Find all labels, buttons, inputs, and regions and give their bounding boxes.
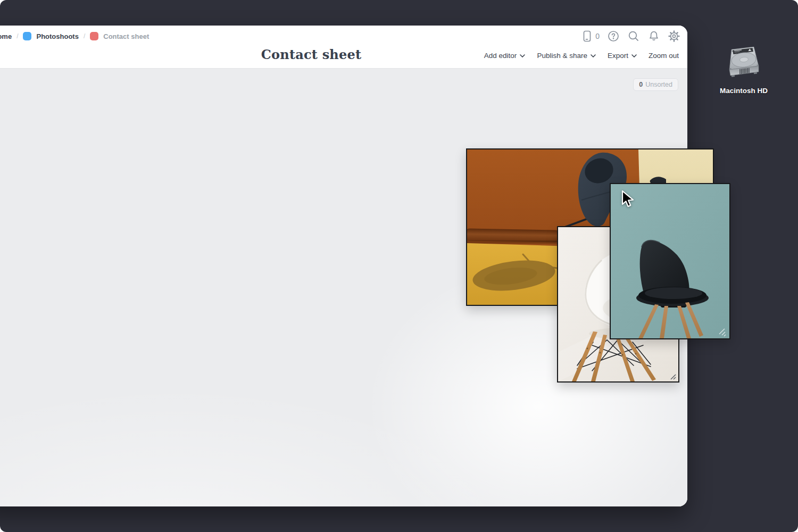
board-icon-blue[interactable] bbox=[23, 32, 31, 40]
zoom-out-label: Zoom out bbox=[649, 52, 679, 60]
breadcrumb-item-contact-sheet[interactable]: Contact sheet bbox=[103, 32, 149, 40]
hard-drive-icon bbox=[724, 44, 764, 84]
add-editor-label: Add editor bbox=[484, 52, 517, 60]
search-icon[interactable] bbox=[627, 30, 640, 43]
publish-share-label: Publish & share bbox=[537, 52, 587, 60]
unsorted-badge[interactable]: 0 Unsorted bbox=[633, 78, 678, 91]
board-icon-red[interactable] bbox=[90, 32, 98, 40]
notifications-icon[interactable] bbox=[647, 30, 660, 43]
breadcrumb-item-photoshoots[interactable]: Photoshoots bbox=[36, 32, 78, 40]
status-icons: 0 bbox=[580, 30, 680, 43]
help-icon[interactable] bbox=[607, 30, 620, 43]
publish-share-button[interactable]: Publish & share bbox=[537, 52, 596, 60]
device-count: 0 bbox=[595, 32, 600, 40]
unsorted-count: 0 bbox=[639, 81, 643, 88]
macintosh-hd-icon[interactable]: Macintosh HD bbox=[713, 44, 775, 95]
toolbar: Add editor Publish & share Export Zoom o… bbox=[484, 52, 679, 60]
window-header: Home / Photoshoots / Contact sheet Conta… bbox=[0, 26, 687, 68]
chevron-down-icon bbox=[631, 54, 637, 57]
zoom-out-button[interactable]: Zoom out bbox=[649, 52, 679, 60]
chair-photo-teal[interactable] bbox=[610, 183, 730, 339]
device-count-group[interactable]: 0 bbox=[580, 30, 600, 43]
breadcrumb: Home / Photoshoots / Contact sheet bbox=[0, 32, 149, 40]
chevron-down-icon bbox=[520, 54, 525, 57]
export-button[interactable]: Export bbox=[608, 52, 637, 60]
breadcrumb-separator: / bbox=[84, 32, 85, 40]
chair-photo-teal-image bbox=[611, 184, 729, 338]
breadcrumb-item-home[interactable]: Home bbox=[0, 32, 12, 40]
mobile-device-icon[interactable] bbox=[580, 30, 593, 43]
unsorted-label: Unsorted bbox=[645, 81, 672, 88]
chevron-down-icon bbox=[591, 54, 596, 57]
page-title[interactable]: Contact sheet bbox=[231, 47, 391, 62]
drive-label: Macintosh HD bbox=[720, 87, 768, 95]
export-label: Export bbox=[608, 52, 628, 60]
add-editor-button[interactable]: Add editor bbox=[484, 52, 526, 60]
desktop: Home / Photoshoots / Contact sheet Conta… bbox=[0, 0, 798, 532]
settings-icon[interactable] bbox=[668, 30, 680, 43]
breadcrumb-separator: / bbox=[16, 32, 18, 40]
